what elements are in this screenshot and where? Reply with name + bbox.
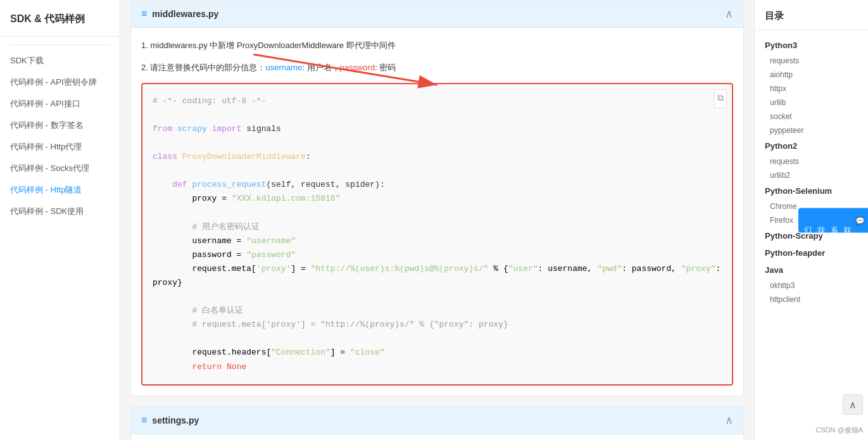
code-line: # 白名单认证 xyxy=(153,304,722,318)
code-line: def process_request(self, request, spide… xyxy=(153,178,722,192)
code-line: # 用户名密码认证 xyxy=(153,220,722,234)
sidebar-item-sdk-download[interactable]: SDK下载 xyxy=(0,50,120,72)
code-line: # -*- coding: utf-8 -*- xyxy=(153,94,722,108)
collapse-icon-2[interactable]: ∧ xyxy=(725,413,733,427)
chat-icon: 💬 xyxy=(855,215,864,225)
instruction-2: 2. 请注意替换代码中的部分信息：username: 用户名，password:… xyxy=(141,60,733,75)
middlewares-container: ≡ middlewares.py ∧ 1. middlewares.py 中新增… xyxy=(130,0,744,396)
code-line: class ProxyDownloaderMiddleware: xyxy=(153,150,722,164)
toc-item-urllib[interactable]: urllib xyxy=(755,96,868,110)
contact-button[interactable]: 💬 联 系 我 们 xyxy=(798,208,868,232)
code-line xyxy=(153,136,722,150)
toc-content: Python3requestsaiohttphttpxurllibsocketp… xyxy=(755,37,868,306)
toc-sidebar: 目录 Python3requestsaiohttphttpxurllibsock… xyxy=(754,0,868,440)
copy-button[interactable]: ⧉ xyxy=(714,89,727,108)
toc-item-socket[interactable]: socket xyxy=(755,110,868,123)
code-line: from scrapy import signals xyxy=(153,122,722,136)
toc-item-urllib2[interactable]: urllib2 xyxy=(755,168,868,182)
code-line xyxy=(153,206,722,220)
toc-item-requests[interactable]: requests xyxy=(755,154,868,168)
middlewares-body: 1. middlewares.py 中新增 ProxyDownloaderMid… xyxy=(131,28,743,396)
code-line: # request.meta['proxy'] = "http://%(prox… xyxy=(153,318,722,332)
sidebar-title: SDK & 代码样例 xyxy=(0,13,120,37)
instruction-1: 1. middlewares.py 中新增 ProxyDownloaderMid… xyxy=(141,38,733,53)
toc-item-aiohttp[interactable]: aiohttp xyxy=(755,68,868,82)
back-to-top-button[interactable]: ∧ xyxy=(843,394,863,415)
toc-category-python-selenium: Python-Selenium xyxy=(755,182,868,199)
sidebar-item-socks-proxy[interactable]: 代码样例 - Socks代理 xyxy=(0,158,120,179)
menu-icon-2: ≡ xyxy=(141,415,147,426)
code-line: username = "username" xyxy=(153,234,722,248)
middlewares-header: ≡ middlewares.py ∧ xyxy=(131,1,743,28)
toc-item-httpclient[interactable]: httpclient xyxy=(755,292,868,306)
toc-category-python-feapder: Python-feapder xyxy=(755,244,868,261)
toc-item-httpx[interactable]: httpx xyxy=(755,82,868,96)
middlewares-filename: middlewares.py xyxy=(152,9,218,19)
sidebar-nav: SDK下载代码样例 - API密钥令牌代码样例 - API接口代码样例 - 数字… xyxy=(0,50,120,222)
settings-filename: settings.py xyxy=(152,415,199,425)
sidebar-item-digital-sign[interactable]: 代码样例 - 数字签名 xyxy=(0,115,120,136)
toc-title: 目录 xyxy=(755,10,868,30)
code-line xyxy=(153,290,722,304)
code-line: password = "password" xyxy=(153,248,722,262)
toc-category-python3: Python3 xyxy=(755,37,868,54)
sidebar-item-api-interface[interactable]: 代码样例 - API接口 xyxy=(0,93,120,115)
settings-body: settings.py 中激活 ProxyDownloaderMiddlewar… xyxy=(131,434,743,440)
code-line: return None xyxy=(153,360,722,374)
settings-header: ≡ settings.py ∧ xyxy=(131,407,743,434)
code-line xyxy=(153,332,722,346)
footer-text: CSDN @俊猫A xyxy=(815,425,863,435)
code-line: request.meta['proxy'] = "http://%(user)s… xyxy=(153,262,722,290)
toc-category-python2: Python2 xyxy=(755,137,868,154)
sidebar-item-sdk-usage[interactable]: 代码样例 - SDK使用 xyxy=(0,201,120,222)
code-line xyxy=(153,108,722,122)
settings-container: ≡ settings.py ∧ settings.py 中激活 ProxyDow… xyxy=(130,406,744,440)
sidebar-item-api-key[interactable]: 代码样例 - API密钥令牌 xyxy=(0,72,120,93)
sidebar-divider xyxy=(10,44,110,45)
toc-item-pyppeteer[interactable]: pyppeteer xyxy=(755,123,868,137)
code-line xyxy=(153,164,722,178)
sidebar-item-http-tunnel[interactable]: 代码样例 - Http隧道 xyxy=(0,179,120,201)
main-content: ≡ middlewares.py ∧ 1. middlewares.py 中新增… xyxy=(120,0,754,440)
toc-item-okhttp3[interactable]: okhttp3 xyxy=(755,279,868,292)
code-line: proxy = "XXX.kdlapi.com:15818" xyxy=(153,192,722,206)
collapse-icon[interactable]: ∧ xyxy=(725,7,733,21)
left-sidebar: SDK & 代码样例 SDK下载代码样例 - API密钥令牌代码样例 - API… xyxy=(0,0,120,440)
menu-icon: ≡ xyxy=(141,8,147,20)
toc-item-requests[interactable]: requests xyxy=(755,54,868,68)
toc-category-java: Java xyxy=(755,261,868,279)
code-line: request.headers["Connection"] = "close" xyxy=(153,346,722,360)
middlewares-code: ⧉ # -*- coding: utf-8 -*- from scrapy im… xyxy=(141,83,733,386)
sidebar-item-http-proxy[interactable]: 代码样例 - Http代理 xyxy=(0,136,120,158)
